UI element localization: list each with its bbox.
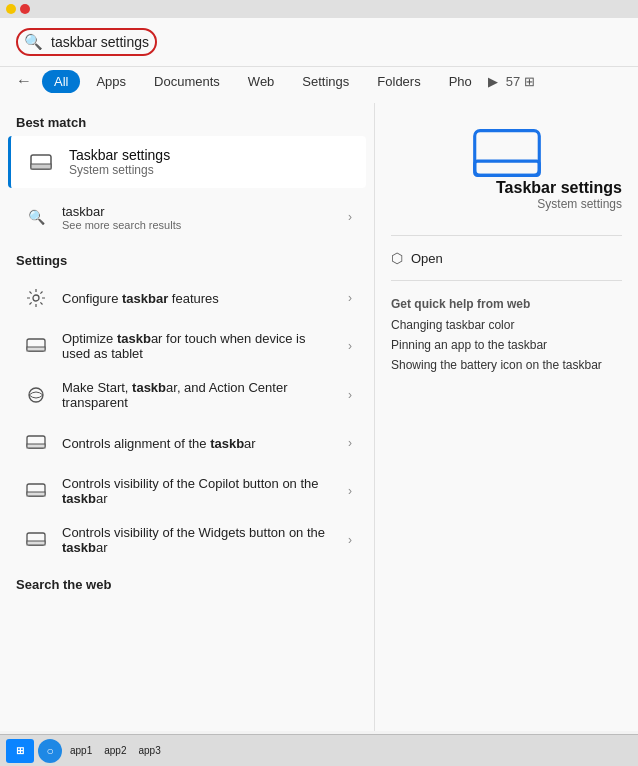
right-link-3[interactable]: Showing the battery icon on the taskbar — [391, 355, 622, 375]
svg-rect-4 — [27, 347, 45, 351]
best-match-item[interactable]: Taskbar settings System settings — [8, 136, 366, 188]
filter-tab-documents[interactable]: Documents — [142, 70, 232, 93]
red-dot — [20, 4, 30, 14]
open-label: Open — [411, 251, 443, 266]
right-link-2[interactable]: Pinning an app to the taskbar — [391, 335, 622, 355]
taskbar-text-1: app1 — [70, 745, 92, 756]
best-match-subtitle: System settings — [69, 163, 170, 177]
filter-tab-apps[interactable]: Apps — [84, 70, 138, 93]
settings-item-5[interactable]: Controls visibility of the Copilot butto… — [8, 467, 366, 515]
taskbar-settings-icon — [25, 146, 57, 178]
svg-rect-12 — [474, 131, 539, 176]
settings-item-3-title: Make Start, taskbar, and Action Center t… — [62, 380, 336, 410]
chevron-icon-5: › — [348, 484, 352, 498]
taskbar-search-title: taskbar — [62, 204, 181, 219]
search-area: 🔍 taskbar settings — [0, 18, 638, 67]
settings-item-1-title: Configure taskbar features — [62, 291, 219, 306]
search-box[interactable]: 🔍 taskbar settings — [24, 33, 149, 51]
search-web-header: Search the web — [0, 565, 374, 598]
settings-item-6[interactable]: Controls visibility of the Widgets butto… — [8, 516, 366, 564]
right-link-1[interactable]: Changing taskbar color — [391, 315, 622, 335]
chevron-icon-3: › — [348, 388, 352, 402]
settings-item-2-text: Optimize taskbar for touch when device i… — [62, 331, 336, 361]
bottom-taskbar: ⊞ ○ app1 app2 app3 — [0, 734, 638, 766]
right-divider-1 — [391, 235, 622, 236]
taskbar-search-item[interactable]: 🔍 taskbar See more search results › — [8, 194, 366, 240]
svg-rect-13 — [474, 161, 539, 175]
settings-item-6-text: Controls visibility of the Widgets butto… — [62, 525, 336, 555]
settings-icon-4 — [22, 429, 50, 457]
search-input-text[interactable]: taskbar settings — [51, 34, 149, 50]
settings-item-1-text: Configure taskbar features — [62, 291, 219, 306]
taskbar-large-icon — [471, 127, 543, 179]
search-button[interactable]: ○ — [38, 739, 62, 763]
best-match-text: Taskbar settings System settings — [69, 147, 170, 177]
filter-icon: ⊞ — [524, 74, 535, 89]
right-panel-subtitle: System settings — [391, 197, 622, 211]
svg-point-5 — [29, 388, 43, 402]
svg-rect-7 — [27, 444, 45, 448]
chevron-icon-2: › — [348, 339, 352, 353]
right-panel: Taskbar settings System settings ⬡ Open … — [375, 103, 638, 731]
svg-rect-11 — [27, 541, 45, 545]
filter-tab-settings[interactable]: Settings — [290, 70, 361, 93]
open-action[interactable]: ⬡ Open — [391, 244, 622, 272]
settings-item-2[interactable]: Optimize taskbar for touch when device i… — [8, 322, 366, 370]
taskbar-search-subtitle: See more search results — [62, 219, 181, 231]
settings-icon-6 — [22, 526, 50, 554]
svg-point-2 — [33, 295, 39, 301]
right-panel-title: Taskbar settings — [391, 179, 622, 197]
settings-icon-2 — [22, 332, 50, 360]
filter-more-button[interactable]: ▶ — [488, 74, 498, 89]
right-divider-2 — [391, 280, 622, 281]
settings-icon-5 — [22, 477, 50, 505]
settings-item-5-text: Controls visibility of the Copilot butto… — [62, 476, 336, 506]
settings-item-2-title: Optimize taskbar for touch when device i… — [62, 331, 336, 361]
settings-header: Settings — [0, 241, 374, 274]
search-oval: 🔍 taskbar settings — [16, 28, 157, 56]
windows-button[interactable]: ⊞ — [6, 739, 34, 763]
settings-item-5-title: Controls visibility of the Copilot butto… — [62, 476, 336, 506]
left-panel: Best match Taskbar settings System setti… — [0, 103, 375, 731]
settings-item-6-title: Controls visibility of the Widgets butto… — [62, 525, 336, 555]
chevron-icon-1: › — [348, 291, 352, 305]
chevron-icon-6: › — [348, 533, 352, 547]
best-match-title: Taskbar settings — [69, 147, 170, 163]
chevron-icon: › — [348, 210, 352, 224]
settings-icon-1 — [22, 284, 50, 312]
settings-item-4-title: Controls alignment of the taskbar — [62, 436, 256, 451]
settings-item-3-text: Make Start, taskbar, and Action Center t… — [62, 380, 336, 410]
back-button[interactable]: ← — [10, 67, 38, 95]
settings-icon-3 — [22, 381, 50, 409]
settings-item-1[interactable]: Configure taskbar features › — [8, 275, 366, 321]
best-match-header: Best match — [0, 103, 374, 136]
filter-tab-web[interactable]: Web — [236, 70, 287, 93]
help-label: Get quick help from web — [391, 297, 622, 311]
filter-tab-all[interactable]: All — [42, 70, 80, 93]
settings-item-4[interactable]: Controls alignment of the taskbar › — [8, 420, 366, 466]
taskbar-text-3: app3 — [139, 745, 161, 756]
settings-item-4-text: Controls alignment of the taskbar — [62, 436, 256, 451]
taskbar-search-icon: 🔍 — [22, 203, 50, 231]
settings-item-3[interactable]: Make Start, taskbar, and Action Center t… — [8, 371, 366, 419]
filter-tab-pho[interactable]: Pho — [437, 70, 484, 93]
taskbar-search-text: taskbar See more search results — [62, 204, 181, 231]
filter-tabs-bar: ← All Apps Documents Web Settings Folder… — [0, 67, 638, 103]
yellow-dot — [6, 4, 16, 14]
svg-rect-9 — [27, 492, 45, 496]
taskbar-text-2: app2 — [104, 745, 126, 756]
title-bar — [0, 0, 638, 18]
main-content: Best match Taskbar settings System setti… — [0, 103, 638, 731]
svg-rect-1 — [31, 164, 51, 169]
open-icon: ⬡ — [391, 250, 403, 266]
search-icon: 🔍 — [24, 33, 43, 51]
filter-tab-folders[interactable]: Folders — [365, 70, 432, 93]
filter-count: 57 — [506, 74, 520, 89]
chevron-icon-4: › — [348, 436, 352, 450]
